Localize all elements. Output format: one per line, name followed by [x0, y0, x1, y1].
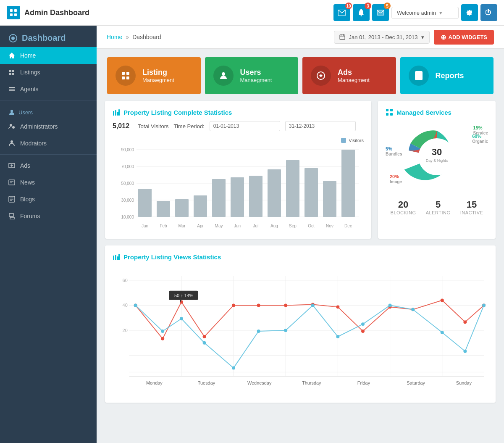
segment-label-60: 60%Organic [472, 134, 488, 144]
svg-rect-0 [10, 9, 13, 12]
svg-rect-60 [175, 199, 189, 217]
svg-rect-61 [194, 195, 207, 217]
svg-rect-66 [286, 160, 299, 217]
donut-stats-row: 20 BLOCKING 5 ALERTING 15 INACTIVE [386, 199, 488, 215]
users-icon [213, 66, 234, 86]
svg-point-21 [12, 126, 15, 129]
widget-card-users[interactable]: Users Manaegment [205, 57, 299, 94]
svg-rect-91 [117, 256, 118, 260]
svg-point-136 [482, 303, 486, 307]
svg-text:90,000: 90,000 [121, 148, 134, 152]
widget-card-reports[interactable]: Reports [400, 57, 494, 94]
svg-rect-15 [12, 73, 14, 75]
breadcrumb-current: Dashboard [132, 34, 161, 40]
svg-text:20: 20 [123, 328, 128, 333]
svg-rect-83 [390, 109, 393, 111]
add-widget-button[interactable]: ⊕ ADD WIDGETS [434, 30, 494, 45]
widget-ads-sub: Manaegment [338, 77, 370, 83]
svg-point-38 [222, 72, 225, 76]
topbar: Admin Dashboard 10 3 5 Welcome admin ▾ [0, 0, 504, 26]
sidebar-item-administrators[interactable]: Administrators [0, 118, 97, 135]
widget-listing-sub: Manaegment [142, 77, 174, 83]
sidebar-item-moderators[interactable]: Modrators [0, 135, 97, 152]
main-layout: Dashboard Home Listings Agents Users Adm… [0, 26, 504, 443]
sidebar-divider-2 [0, 154, 97, 155]
sidebar-item-agents[interactable]: Agents [0, 81, 97, 98]
date-to-input[interactable] [285, 121, 356, 131]
svg-text:Thursday: Thursday [302, 380, 321, 385]
svg-rect-47 [118, 109, 120, 116]
bell-button[interactable]: 3 [353, 4, 370, 21]
legend-dot [341, 138, 346, 143]
svg-rect-90 [115, 255, 116, 260]
mail-button[interactable]: 10 [333, 4, 350, 21]
sidebar-item-listings[interactable]: Listings [0, 64, 97, 81]
svg-point-123 [161, 330, 164, 333]
svg-point-5 [361, 15, 362, 16]
svg-rect-67 [304, 168, 318, 217]
svg-rect-59 [157, 201, 170, 217]
svg-point-20 [10, 124, 12, 127]
sidebar-item-blogs[interactable]: Blogs [0, 191, 97, 208]
breadcrumb-home[interactable]: Home [107, 34, 122, 40]
svg-point-108 [161, 337, 164, 340]
svg-text:Aug: Aug [270, 224, 278, 228]
segment-label-5: 5%Bundles [386, 146, 402, 156]
svg-rect-12 [9, 70, 11, 72]
sidebar-news-label: News [20, 179, 35, 186]
svg-rect-69 [341, 150, 355, 217]
widget-users-title: Users [240, 68, 272, 77]
blocking-label: BLOCKING [391, 210, 416, 215]
svg-rect-14 [9, 73, 11, 75]
sidebar-divider-1 [0, 100, 97, 100]
sidebar-item-home[interactable]: Home [0, 47, 97, 64]
date-picker[interactable]: Jan 01, 2013 - Dec 31, 2013 ▾ [334, 31, 429, 44]
svg-point-130 [336, 335, 339, 338]
stats-info: 5,012 Total Visitors Time Period: [113, 121, 364, 131]
date-from-input[interactable] [210, 121, 280, 131]
svg-text:Feb: Feb [160, 224, 167, 228]
svg-text:40: 40 [123, 303, 128, 308]
widget-card-ads[interactable]: Ads Manaegment [302, 57, 396, 94]
widget-card-listing[interactable]: Listing Manaegment [107, 57, 201, 94]
user-dropdown[interactable]: Welcome admin ▾ [391, 7, 459, 19]
line-chart-svg: 60 40 20 [113, 267, 488, 393]
svg-point-19 [10, 110, 13, 112]
blocking-value: 20 [391, 199, 416, 210]
settings-button[interactable] [461, 4, 478, 21]
widget-users-sub: Manaegment [240, 77, 272, 83]
svg-text:Oct: Oct [308, 224, 315, 228]
svg-rect-3 [14, 13, 17, 16]
widget-reports-text: Reports [436, 71, 464, 80]
sidebar-item-news[interactable]: News [0, 174, 97, 191]
svg-rect-37 [126, 76, 129, 79]
sidebar-item-ads[interactable]: Ads [0, 157, 97, 174]
stats-row: Property Listing Complete Statistics 5,0… [97, 94, 504, 245]
inactive-value: 15 [460, 199, 483, 210]
app-title: Admin Dashboard [24, 8, 89, 17]
managed-services-panel: Managed Services [378, 101, 496, 239]
svg-rect-30 [340, 35, 345, 40]
svg-point-133 [411, 308, 415, 311]
svg-point-134 [441, 331, 444, 334]
sidebar-section-label: Dashboard [22, 33, 66, 43]
svg-text:Jul: Jul [253, 224, 259, 228]
svg-point-128 [284, 329, 287, 332]
svg-text:May: May [215, 224, 223, 228]
sidebar-listings-label: Listings [20, 69, 40, 76]
svg-rect-82 [386, 109, 388, 111]
alerting-stat: 5 ALERTING [426, 199, 451, 215]
power-button[interactable] [480, 4, 497, 21]
legend-label: Visitors [349, 138, 364, 143]
svg-point-126 [232, 366, 235, 369]
widget-ads-title: Ads [338, 68, 370, 77]
sidebar-item-forums[interactable]: Forums [0, 208, 97, 224]
views-stats-title-text: Property Listing Views Statistics [123, 253, 221, 261]
widget-cards-row: Listing Manaegment Users Manaegment Ad [97, 49, 504, 94]
svg-point-120 [463, 320, 467, 324]
donut-chart-container: 30 Day & Nights 15%Service 5%Bundles 20%… [386, 121, 488, 192]
envelope-button[interactable]: 5 [372, 4, 389, 21]
svg-rect-64 [249, 176, 262, 217]
svg-text:Tuesday: Tuesday [198, 380, 215, 385]
sidebar-users-header: Users [0, 103, 97, 118]
